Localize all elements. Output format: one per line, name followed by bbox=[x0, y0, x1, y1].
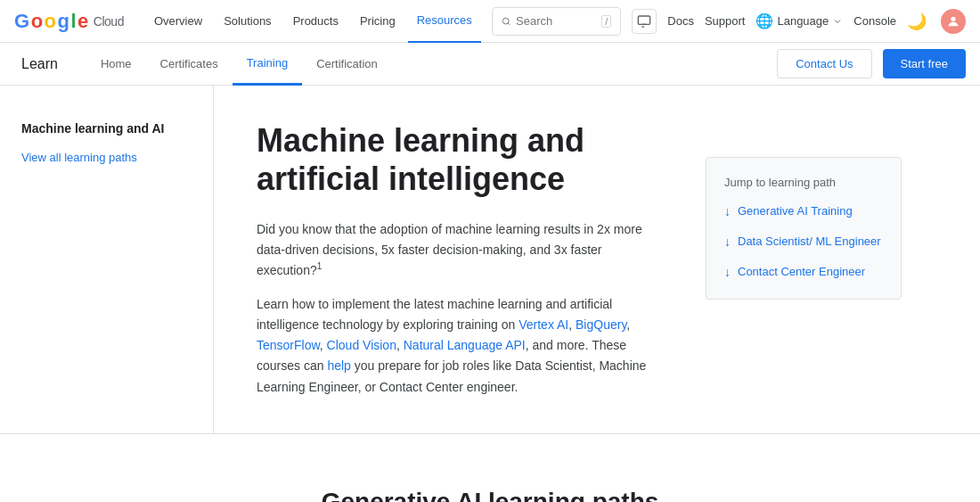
nav-support[interactable]: Support bbox=[705, 14, 746, 28]
cloud-vision-link[interactable]: Cloud Vision bbox=[327, 338, 396, 352]
search-slash: / bbox=[601, 15, 611, 28]
subnav-certification[interactable]: Certification bbox=[302, 43, 392, 86]
down-arrow-icon: ↓ bbox=[724, 235, 731, 249]
cloud-text: Cloud bbox=[94, 14, 124, 29]
svg-line-1 bbox=[508, 22, 510, 24]
learn-label: Learn bbox=[14, 43, 65, 86]
subnav-certificates[interactable]: Certificates bbox=[146, 43, 233, 86]
jump-box-title: Jump to learning path bbox=[724, 176, 883, 189]
language-label: Language bbox=[777, 14, 829, 28]
bottom-section-title: Generative AI learning paths bbox=[43, 488, 937, 502]
nav-overview[interactable]: Overview bbox=[145, 0, 211, 43]
main-content: Machine learning and AI View all learnin… bbox=[0, 86, 980, 433]
nav-solutions[interactable]: Solutions bbox=[215, 0, 280, 43]
down-arrow-icon: ↓ bbox=[724, 265, 731, 279]
top-nav-links: Overview Solutions Products Pricing Reso… bbox=[145, 0, 481, 43]
logo-area[interactable]: Google Cloud bbox=[14, 10, 124, 33]
contact-us-button[interactable]: Contact Us bbox=[777, 49, 871, 78]
svg-point-0 bbox=[502, 18, 509, 24]
intro-paragraph: Did you know that the adoption of machin… bbox=[257, 219, 649, 280]
top-navigation: Google Cloud Overview Solutions Products… bbox=[0, 0, 980, 43]
sub-navigation: Learn Home Certificates Training Certifi… bbox=[0, 43, 980, 86]
bigquery-link[interactable]: BigQuery bbox=[576, 317, 626, 332]
terminal-icon[interactable] bbox=[632, 9, 657, 34]
nav-docs[interactable]: Docs bbox=[667, 14, 694, 28]
body-paragraph: Learn how to implement the latest machin… bbox=[257, 294, 649, 397]
jump-to-learning-path-box: Jump to learning path ↓ Generative AI Tr… bbox=[706, 157, 902, 300]
vertex-ai-link[interactable]: Vertex AI bbox=[519, 317, 568, 332]
nlp-api-link[interactable]: Natural Language API bbox=[404, 338, 526, 352]
down-arrow-icon: ↓ bbox=[724, 204, 731, 218]
chevron-down-icon bbox=[832, 16, 843, 27]
sub-nav-links: Home Certificates Training Certification bbox=[86, 43, 777, 86]
jump-item-generative-ai[interactable]: ↓ Generative AI Training bbox=[724, 203, 883, 219]
view-all-paths-link[interactable]: View all learning paths bbox=[21, 151, 137, 164]
svg-rect-2 bbox=[639, 16, 650, 24]
bottom-section: Generative AI learning paths Discover th… bbox=[0, 433, 980, 502]
sub-nav-right: Contact Us Start free bbox=[777, 49, 966, 78]
content-text: Machine learning andartificial intellige… bbox=[257, 121, 706, 398]
page-title: Machine learning andartificial intellige… bbox=[257, 121, 684, 198]
jump-link-generative-ai: Generative AI Training bbox=[738, 203, 853, 219]
nav-pricing[interactable]: Pricing bbox=[351, 0, 404, 43]
start-free-button[interactable]: Start free bbox=[883, 49, 966, 78]
content-jump-row: Machine learning andartificial intellige… bbox=[257, 121, 937, 398]
moon-icon: 🌙 bbox=[907, 12, 927, 31]
nav-products[interactable]: Products bbox=[284, 0, 347, 43]
search-input[interactable] bbox=[516, 14, 596, 28]
subnav-home[interactable]: Home bbox=[86, 43, 146, 86]
google-cloud-logo: Google Cloud bbox=[14, 10, 124, 33]
content-area: Machine learning andartificial intellige… bbox=[214, 86, 980, 433]
top-nav-right: Docs Support 🌐 Language Console 🌙 bbox=[632, 9, 966, 34]
jump-item-contact-center[interactable]: ↓ Contact Center Engineer bbox=[724, 264, 883, 280]
help-link[interactable]: help bbox=[327, 358, 350, 373]
sidebar: Machine learning and AI View all learnin… bbox=[0, 86, 214, 433]
avatar[interactable] bbox=[941, 9, 966, 34]
globe-icon: 🌐 bbox=[755, 12, 773, 29]
jump-link-data-scientist: Data Scientist/ ML Engineer bbox=[738, 234, 881, 250]
nav-resources[interactable]: Resources bbox=[408, 0, 481, 43]
jump-link-contact-center: Contact Center Engineer bbox=[738, 264, 865, 280]
search-box[interactable]: / bbox=[492, 7, 621, 36]
console-link[interactable]: Console bbox=[853, 14, 896, 28]
language-selector[interactable]: 🌐 Language bbox=[755, 12, 843, 29]
search-icon bbox=[502, 15, 510, 28]
subnav-training[interactable]: Training bbox=[233, 43, 302, 86]
svg-point-4 bbox=[951, 16, 955, 21]
sidebar-title: Machine learning and AI bbox=[21, 121, 192, 136]
footnote-sup: 1 bbox=[317, 261, 323, 271]
jump-item-data-scientist[interactable]: ↓ Data Scientist/ ML Engineer bbox=[724, 234, 883, 250]
tensorflow-link[interactable]: TensorFlow bbox=[257, 338, 320, 352]
